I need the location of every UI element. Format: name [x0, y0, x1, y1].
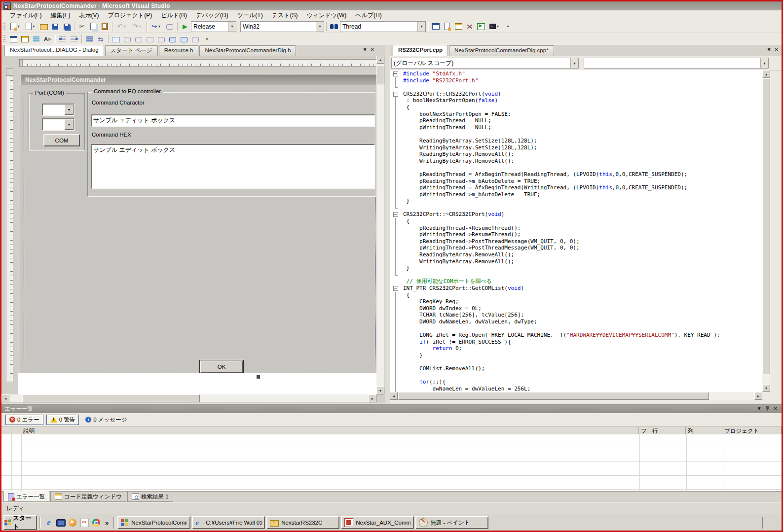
make-same-size-button[interactable]	[145, 34, 155, 44]
quick-launch-chrome-icon[interactable]	[90, 517, 102, 529]
error-col-blank[interactable]	[11, 427, 21, 435]
quick-launch-overflow[interactable]: »	[105, 519, 109, 527]
start-button[interactable]: スタート	[3, 515, 37, 530]
menu-item[interactable]: テスト(S)	[267, 10, 302, 21]
fold-collapse-icon[interactable]	[390, 285, 403, 292]
toolbar-options-button[interactable]: ▼	[201, 34, 212, 44]
port-combo-2[interactable]: ▼	[42, 118, 75, 131]
find-combo[interactable]: Thread▼	[340, 21, 426, 32]
build-tools-button[interactable]	[464, 21, 475, 32]
error-list-grid[interactable]	[1, 434, 782, 491]
menu-item[interactable]: デバッグ(D)	[191, 10, 233, 21]
command-charactor-input[interactable]: サンプル エディット ボックス	[91, 114, 375, 127]
add-item-button[interactable]: ▼	[23, 21, 38, 32]
port-combo-1[interactable]: ▼	[42, 104, 75, 116]
align-lefts-button[interactable]	[84, 34, 95, 44]
save-all-button[interactable]	[61, 21, 72, 32]
space-down-button[interactable]	[190, 34, 201, 44]
open-file-button[interactable]	[38, 21, 49, 32]
document-tab[interactable]: Resource.h	[159, 45, 199, 56]
solution-explorer-button[interactable]	[430, 21, 441, 32]
error-col-icon[interactable]	[1, 427, 11, 435]
code-hscrollbar[interactable]: ◄ ►	[390, 392, 762, 400]
chevron-down-icon[interactable]: ▼	[757, 406, 762, 412]
toolbar-grip[interactable]	[3, 23, 5, 31]
quick-launch-ie-icon[interactable]	[43, 517, 55, 529]
make-same-width-button[interactable]	[122, 34, 133, 44]
cut-button[interactable]: ✂	[76, 21, 87, 32]
toolbar-options-button[interactable]: ▼	[502, 21, 513, 32]
menu-item[interactable]: 編集(E)	[46, 10, 75, 21]
find-icon[interactable]	[329, 21, 339, 32]
toolbar-grip[interactable]	[3, 35, 5, 43]
chevron-down-icon[interactable]: ▼	[363, 47, 368, 53]
bottom-panel-tab[interactable]: エラー一覧	[3, 491, 49, 502]
document-tab[interactable]: スタート ページ	[105, 45, 158, 56]
fold-collapse-icon[interactable]	[390, 91, 403, 98]
error-column-header[interactable]: フ	[639, 427, 650, 435]
indent-button[interactable]	[69, 34, 79, 44]
bottom-panel-tab[interactable]: 検索結果 1	[127, 492, 173, 502]
space-across-button[interactable]	[179, 34, 189, 44]
taskbar-task-button[interactable]: NexstarRS232C	[266, 516, 339, 529]
chevron-down-icon[interactable]: ▼	[767, 47, 772, 53]
outdent-button[interactable]	[57, 34, 68, 44]
designed-dialog-client[interactable]: Port (COM) ▼ ▼ COM Command to EQ c	[20, 85, 376, 374]
document-tab[interactable]: NexStarProtocolCommanderDlg.h	[199, 45, 296, 56]
pin-icon[interactable]	[766, 406, 770, 411]
error-column-header[interactable]: 列	[686, 427, 722, 435]
test-dialog-button[interactable]	[8, 34, 19, 44]
command-window-button[interactable]: >_▼	[487, 21, 502, 32]
errors-filter-button[interactable]: ✕ 0 エラー	[5, 415, 43, 425]
make-same-height-button[interactable]	[133, 34, 144, 44]
close-icon[interactable]: ✕	[371, 47, 374, 53]
command-group[interactable]: Command to EQ controller Command Charact…	[87, 92, 375, 196]
menu-item[interactable]: ファイル(F)	[5, 10, 46, 21]
taskbar-task-button[interactable]: 無題 - ペイント	[415, 516, 488, 529]
resize-handle[interactable]	[257, 375, 260, 379]
taskbar-task-button[interactable]: NexStar_AUX_Command...	[341, 516, 414, 529]
navigate-button[interactable]: ↪▼	[149, 21, 164, 32]
align-tops-button[interactable]: ⇆	[95, 34, 106, 44]
error-column-header[interactable]: 説明	[21, 427, 639, 435]
designer-vscrollbar[interactable]: ▲ ▼	[376, 56, 384, 394]
select-control-button[interactable]	[19, 34, 30, 44]
designed-dialog-titlebar[interactable]: NexStarProtocolCommander	[20, 74, 376, 85]
quick-launch-snipping-tool-icon[interactable]	[78, 517, 90, 529]
fold-collapse-icon[interactable]	[390, 71, 403, 77]
port-com-group[interactable]: Port (COM) ▼ ▼ COM	[29, 93, 85, 150]
undo-button[interactable]: ↶▼	[114, 21, 129, 32]
copy-button[interactable]	[88, 21, 99, 32]
ok-button[interactable]: OK	[200, 360, 243, 373]
start-debug-button[interactable]: ▶	[180, 21, 190, 32]
document-tab[interactable]: NexStarProtocol...DIALOG - Dialog	[4, 45, 104, 56]
center-horizontal-button[interactable]	[156, 34, 167, 44]
error-column-header[interactable]: プロジェクト	[722, 427, 782, 435]
solution-platform-combo[interactable]: Win32▼	[240, 21, 324, 32]
taskbar-task-button[interactable]: NexStarProtocolComma...	[117, 516, 190, 529]
quick-launch-desktop-icon[interactable]	[55, 517, 67, 529]
fold-collapse-icon[interactable]	[390, 211, 403, 218]
members-combo[interactable]: ▼	[584, 58, 769, 69]
comment-button[interactable]	[164, 21, 175, 32]
close-icon[interactable]: ✕	[775, 47, 779, 53]
start-without-debugging-button[interactable]	[476, 21, 486, 32]
char-format-button[interactable]: A»	[42, 34, 53, 44]
bottom-panel-tab[interactable]: コード定義ウィンドウ	[50, 492, 126, 502]
pane-splitter[interactable]	[385, 45, 390, 403]
document-tab[interactable]: RS232CPort.cpp	[393, 45, 448, 56]
redo-button[interactable]: ↷▼	[130, 21, 145, 32]
properties-window-button[interactable]	[442, 21, 452, 32]
close-icon[interactable]: ✕	[774, 406, 778, 412]
code-vscrollbar[interactable]: ▲ ▼	[762, 70, 770, 392]
menu-item[interactable]: プロジェクト(P)	[103, 10, 156, 21]
tab-order-button[interactable]	[31, 34, 41, 44]
menu-item[interactable]: 表示(V)	[75, 10, 103, 21]
save-button[interactable]	[50, 21, 61, 32]
quick-launch-media-player-icon[interactable]	[67, 517, 78, 529]
taskbar-task-button[interactable]: C:¥Users¥Fire Wall 01¥...	[192, 516, 265, 529]
solution-configuration-combo[interactable]: Release▼	[191, 21, 236, 32]
size-to-content-button[interactable]	[111, 34, 121, 44]
menu-item[interactable]: ツール(T)	[233, 10, 267, 21]
code-editor[interactable]: #include "StdAfx.h"#include "RS232CPort.…	[390, 70, 762, 392]
